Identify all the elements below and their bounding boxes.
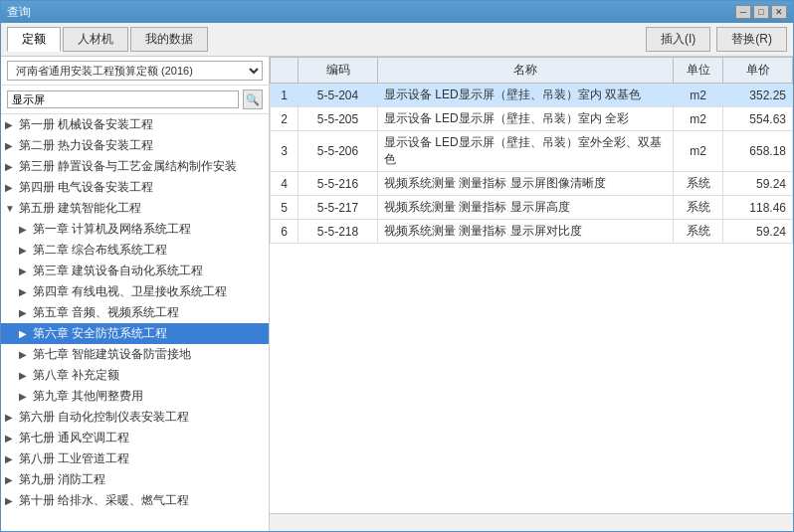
cell-unit: m2 [674,84,723,107]
tree-item-label: 第四册 电气设备安装工程 [19,179,153,196]
cell-num: 5 [271,196,298,220]
tree-item-label: 第六册 自动化控制仪表安装工程 [19,409,189,426]
replace-button[interactable]: 替换(R) [716,27,787,52]
arrow-icon: ▶ [5,433,19,443]
table-scroll-area[interactable]: 编码 名称 单位 单价 1 5-5-204 显示设备 LED显示屏（壁挂、吊装）… [270,57,793,513]
tab-dinge[interactable]: 定额 [7,27,61,52]
col-header-num [271,58,298,84]
table-row[interactable]: 1 5-5-204 显示设备 LED显示屏（壁挂、吊装）室内 双基色 m2 35… [271,84,793,107]
tree-item-册2[interactable]: ▶ 第二册 热力设备安装工程 [1,135,269,156]
window-title: 查询 [7,4,31,21]
action-buttons: 插入(I) 替换(R) [646,27,787,52]
tree-item-label: 第三章 建筑设备自动化系统工程 [33,263,203,279]
tree-item-label: 第八章 补充定额 [33,367,119,384]
tree-item-章7[interactable]: ▶ 第七章 智能建筑设备防雷接地 [1,344,269,365]
left-panel: 河南省通用安装工程预算定额 (2016) 🔍 ▶ 第一册 机械设备安装工程 ▶ … [1,57,270,531]
close-button[interactable]: ✕ [771,5,787,19]
arrow-icon: ▶ [19,245,33,256]
tree-item-label: 第五册 建筑智能化工程 [19,200,141,217]
col-header-price: 单价 [723,58,793,84]
tree-item-章3[interactable]: ▶ 第三章 建筑设备自动化系统工程 [1,261,269,281]
arrow-icon: ▶ [19,328,33,339]
tab-mydata[interactable]: 我的数据 [130,27,208,52]
maximize-button[interactable]: □ [753,5,769,19]
cell-price: 118.46 [723,196,793,220]
arrow-icon: ▶ [5,182,19,193]
cell-name: 显示设备 LED显示屏（壁挂、吊装）室内 双基色 [378,84,674,107]
cell-code: 5-5-204 [298,84,378,107]
table-row[interactable]: 3 5-5-206 显示设备 LED显示屏（壁挂、吊装）室外全彩、双基色 m2 … [271,131,793,172]
cell-name: 显示设备 LED显示屏（壁挂、吊装）室外全彩、双基色 [378,131,674,172]
table-row[interactable]: 2 5-5-205 显示设备 LED显示屏（壁挂、吊装）室内 全彩 m2 554… [271,107,793,131]
cell-num: 2 [271,107,298,131]
table-row[interactable]: 6 5-5-218 视频系统测量 测量指标 显示屏对比度 系统 59.24 [271,220,793,244]
tree-item-册5[interactable]: ▼ 第五册 建筑智能化工程 [1,198,269,219]
status-bar [270,513,793,531]
insert-button[interactable]: 插入(I) [646,27,710,52]
col-header-unit: 单位 [674,58,723,84]
arrow-icon: ▶ [19,349,33,360]
arrow-icon: ▶ [19,370,33,381]
cell-unit: m2 [674,107,723,131]
cell-code: 5-5-217 [298,196,378,220]
tree-item-label: 第七册 通风空调工程 [19,430,129,446]
tree-item-册3[interactable]: ▶ 第三册 静置设备与工艺金属结构制作安装 [1,156,269,177]
cell-unit: 系统 [674,172,723,196]
tab-rencaiji[interactable]: 人材机 [63,27,128,52]
cell-num: 4 [271,172,298,196]
cell-num: 3 [271,131,298,172]
tree-item-label: 第十册 给排水、采暖、燃气工程 [19,492,189,509]
cell-price: 554.63 [723,107,793,131]
tree-item-章4[interactable]: ▶ 第四章 有线电视、卫星接收系统工程 [1,281,269,302]
tree-item-label: 第八册 工业管道工程 [19,450,129,467]
tree-item-章5[interactable]: ▶ 第五章 音频、视频系统工程 [1,302,269,323]
arrow-icon: ▶ [5,119,19,130]
tree-item-label: 第六章 安全防范系统工程 [33,325,167,342]
tree-item-册10[interactable]: ▶ 第十册 给排水、采暖、燃气工程 [1,490,269,511]
tree-item-册1[interactable]: ▶ 第一册 机械设备安装工程 [1,114,269,135]
tab-bar: 定额 人材机 我的数据 [7,27,208,52]
results-table: 编码 名称 单位 单价 1 5-5-204 显示设备 LED显示屏（壁挂、吊装）… [270,57,793,244]
arrow-icon: ▶ [19,307,33,318]
main-content: 河南省通用安装工程预算定额 (2016) 🔍 ▶ 第一册 机械设备安装工程 ▶ … [1,57,793,531]
tree-item-label: 第九册 消防工程 [19,471,105,488]
tree-item-册4[interactable]: ▶ 第四册 电气设备安装工程 [1,177,269,198]
cell-code: 5-5-218 [298,220,378,244]
cell-unit: m2 [674,131,723,172]
table-row[interactable]: 5 5-5-217 视频系统测量 测量指标 显示屏高度 系统 118.46 [271,196,793,220]
tree-item-章1[interactable]: ▶ 第一章 计算机及网络系统工程 [1,219,269,240]
table-row[interactable]: 4 5-5-216 视频系统测量 测量指标 显示屏图像清晰度 系统 59.24 [271,172,793,196]
tree-item-册6[interactable]: ▶ 第六册 自动化控制仪表安装工程 [1,407,269,428]
minimize-button[interactable]: ─ [735,5,751,19]
cell-price: 59.24 [723,220,793,244]
cell-price: 352.25 [723,84,793,107]
tree-item-label: 第一册 机械设备安装工程 [19,116,153,133]
tree-item-册9[interactable]: ▶ 第九册 消防工程 [1,469,269,490]
tree-item-章2[interactable]: ▶ 第二章 综合布线系统工程 [1,240,269,261]
search-icon: 🔍 [246,93,260,106]
tree-item-章6[interactable]: ▶ 第六章 安全防范系统工程 [1,323,269,344]
tree-container: ▶ 第一册 机械设备安装工程 ▶ 第二册 热力设备安装工程 ▶ 第三册 静置设备… [1,114,269,531]
cell-code: 5-5-205 [298,107,378,131]
arrow-icon: ▶ [19,391,33,402]
cell-num: 6 [271,220,298,244]
arrow-icon: ▶ [5,474,19,485]
arrow-icon: ▶ [5,495,19,506]
cell-unit: 系统 [674,196,723,220]
tree-item-章8[interactable]: ▶ 第八章 补充定额 [1,365,269,386]
right-panel: 编码 名称 单位 单价 1 5-5-204 显示设备 LED显示屏（壁挂、吊装）… [270,57,793,531]
tree-item-册8[interactable]: ▶ 第八册 工业管道工程 [1,448,269,469]
search-button[interactable]: 🔍 [243,89,263,109]
cell-name: 显示设备 LED显示屏（壁挂、吊装）室内 全彩 [378,107,674,131]
arrow-icon: ▶ [5,453,19,464]
arrow-icon: ▶ [5,412,19,423]
arrow-icon: ▶ [19,266,33,276]
search-input[interactable] [7,90,239,108]
tree-item-章9[interactable]: ▶ 第九章 其他闸整费用 [1,386,269,407]
quota-dropdown[interactable]: 河南省通用安装工程预算定额 (2016) [7,61,263,81]
cell-unit: 系统 [674,220,723,244]
tree-item-册7[interactable]: ▶ 第七册 通风空调工程 [1,428,269,448]
dropdown-row: 河南省通用安装工程预算定额 (2016) [1,57,269,86]
cell-name: 视频系统测量 测量指标 显示屏图像清晰度 [378,172,674,196]
title-bar-controls: ─ □ ✕ [735,5,787,19]
